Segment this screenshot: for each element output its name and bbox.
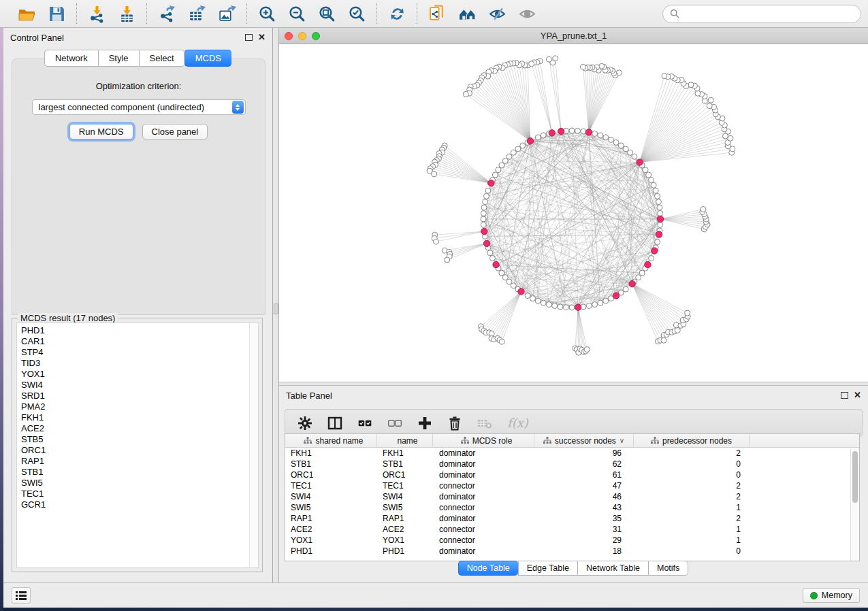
new-network-from-selection-button[interactable]	[424, 3, 450, 24]
tab-select[interactable]: Select	[139, 50, 185, 67]
tab-network-table[interactable]: Network Table	[577, 561, 648, 576]
optimization-criterion-select[interactable]: largest connected component (undirected)	[32, 99, 246, 115]
tab-edge-table[interactable]: Edge Table	[518, 561, 577, 576]
list-item[interactable]: PMA2	[21, 401, 258, 412]
table-row[interactable]: STB1STB1dominator620	[285, 459, 859, 469]
close-panel-button[interactable]: Close panel	[142, 124, 208, 139]
list-item[interactable]: PHD1	[21, 325, 258, 336]
export-image-icon	[218, 5, 236, 23]
gear-icon	[298, 416, 312, 431]
hierarchy-icon	[304, 437, 312, 444]
apply-layout-button[interactable]	[384, 3, 410, 24]
zoom-out-button[interactable]	[284, 3, 310, 24]
import-network-button[interactable]	[84, 3, 110, 24]
table-scrollbar[interactable]	[850, 448, 859, 561]
import-table-button[interactable]	[114, 3, 140, 24]
list-item[interactable]: STB5	[21, 434, 258, 445]
open-file-button[interactable]	[14, 3, 39, 24]
column-header-mcds-role[interactable]: MCDS role	[433, 434, 534, 447]
tab-mcds[interactable]: MCDS	[184, 50, 231, 67]
column-header-predecessor-nodes[interactable]: predecessor nodes	[634, 434, 750, 447]
hide-selected-button[interactable]	[484, 3, 510, 24]
table-row[interactable]: FKH1FKH1dominator962	[285, 448, 859, 459]
table-row[interactable]: SWI5SWI5connector431	[285, 502, 859, 513]
list-item[interactable]: CAR1	[21, 336, 258, 347]
mcds-result-list[interactable]: PHD1CAR1STP4TID3YOX1SWI4SRD1PMA2FKH1ACE2…	[16, 323, 259, 568]
select-all-rows-button[interactable]	[357, 416, 372, 431]
zoom-fit-button[interactable]	[314, 3, 340, 24]
close-panel-icon[interactable]: ✕	[854, 392, 861, 399]
float-panel-icon[interactable]	[245, 34, 253, 41]
list-item[interactable]: ACE2	[21, 423, 258, 434]
column-settings-button[interactable]	[298, 416, 312, 431]
zoom-in-button[interactable]	[254, 3, 280, 24]
list-item[interactable]: SRD1	[21, 391, 258, 401]
tab-node-table[interactable]: Node Table	[458, 561, 518, 576]
list-item[interactable]: STP4	[21, 347, 258, 358]
list-scrollbar[interactable]	[249, 323, 258, 567]
table-row[interactable]: PHD1PHD1dominator180	[285, 546, 859, 557]
function-builder-button[interactable]: f(x)	[507, 416, 528, 430]
list-item[interactable]: TEC1	[21, 489, 258, 499]
table-cell: ORC1	[285, 470, 377, 480]
list-item[interactable]: SWI5	[21, 478, 258, 489]
column-header-name[interactable]: name	[377, 434, 433, 447]
add-column-button[interactable]	[417, 416, 432, 431]
table-row[interactable]: ORC1ORC1dominator610	[285, 469, 859, 480]
deselect-all-icon	[387, 416, 402, 431]
tab-network[interactable]: Network	[44, 50, 98, 67]
float-panel-icon[interactable]	[841, 392, 848, 399]
search-input[interactable]	[684, 9, 854, 19]
table-cell: dominator	[433, 448, 534, 458]
optimization-criterion-label: Optimization criterion:	[12, 81, 265, 91]
export-table-button[interactable]	[184, 3, 210, 24]
memory-button[interactable]: Memory	[803, 588, 860, 603]
list-item[interactable]: ORC1	[21, 445, 258, 456]
table-cell: 62	[534, 459, 634, 469]
tab-style[interactable]: Style	[98, 50, 139, 67]
zoom-selected-button[interactable]	[344, 3, 370, 24]
table-cell: 96	[534, 448, 634, 458]
list-item[interactable]: STB1	[21, 467, 258, 478]
delete-table-icon	[477, 416, 492, 431]
network-graph[interactable]	[279, 44, 868, 381]
table-row[interactable]: SWI4SWI4dominator462	[285, 491, 859, 502]
network-window-titlebar[interactable]: YPA_prune.txt_1	[279, 28, 868, 44]
list-item[interactable]: YOX1	[21, 369, 258, 380]
show-all-button[interactable]	[514, 3, 540, 24]
vertical-splitter[interactable]	[273, 28, 279, 582]
deselect-all-rows-button[interactable]	[387, 416, 402, 431]
split-panel-button[interactable]	[327, 416, 342, 431]
list-item[interactable]: TID3	[21, 358, 258, 369]
control-panel-titlebar: Control Panel ✕	[3, 28, 272, 47]
table-cell: YOX1	[285, 535, 377, 545]
task-history-button[interactable]	[12, 587, 31, 604]
table-row[interactable]: YOX1YOX1connector291	[285, 535, 859, 546]
table-cell: dominator	[433, 459, 534, 469]
list-item[interactable]: RAP1	[21, 456, 258, 467]
application-window: Control Panel ✕ Network Style Select MCD…	[0, 0, 868, 611]
run-mcds-button[interactable]: Run MCDS	[69, 124, 133, 139]
tab-motifs[interactable]: Motifs	[648, 561, 688, 576]
export-image-button[interactable]	[214, 3, 240, 24]
column-header-shared-name[interactable]: shared name	[285, 434, 377, 447]
scrollbar-thumb[interactable]	[852, 451, 858, 503]
delete-table-button[interactable]	[477, 416, 492, 431]
table-row[interactable]: ACE2ACE2connector311	[285, 524, 859, 535]
list-item[interactable]: FKH1	[21, 412, 258, 423]
column-header-successor-nodes[interactable]: successor nodes ∨	[534, 434, 634, 447]
table-cell: 1	[634, 535, 750, 545]
network-canvas[interactable]	[279, 44, 868, 381]
delete-column-button[interactable]	[447, 416, 462, 431]
table-row[interactable]: RAP1RAP1dominator352	[285, 513, 859, 524]
list-item[interactable]: GCR1	[21, 499, 258, 510]
table-cell: STB1	[377, 459, 433, 469]
save-session-button[interactable]	[44, 3, 69, 24]
close-panel-icon[interactable]: ✕	[258, 34, 266, 41]
search-box[interactable]	[662, 5, 861, 23]
export-network-button[interactable]	[154, 3, 180, 24]
splitter-grip[interactable]	[274, 303, 278, 314]
list-item[interactable]: SWI4	[21, 380, 258, 391]
first-neighbors-button[interactable]	[454, 3, 480, 24]
table-row[interactable]: TEC1TEC1connector472	[285, 480, 859, 491]
